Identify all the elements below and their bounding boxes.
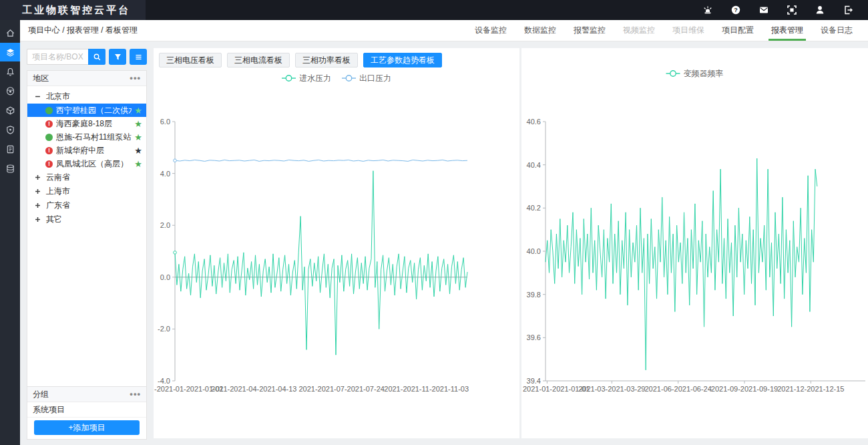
tab-1[interactable]: 三相电流看板 (227, 53, 290, 67)
expand-icon[interactable] (34, 216, 41, 223)
svg-text:4.0: 4.0 (160, 170, 170, 178)
favorite-star-icon[interactable]: ★ (134, 120, 142, 128)
filter-button[interactable] (109, 49, 126, 65)
rail-item-dome-camera[interactable] (0, 82, 20, 100)
more-menu-icon[interactable]: ••• (130, 76, 141, 81)
tree-group-1[interactable]: 云南省 (27, 170, 146, 184)
tree-group-4[interactable]: 其它 (27, 212, 146, 227)
nav-item-7[interactable]: 设备日志 (812, 20, 861, 41)
nav-item-2[interactable]: 报警监控 (565, 20, 614, 41)
svg-text:2021-2021-07-2021-07-24: 2021-2021-07-2021-07-24 (298, 385, 384, 393)
nav-item-6[interactable]: 报表管理 (763, 20, 812, 41)
right-chart-panel: 40.640.440.240.039.839.639.42021-01-2021… (521, 48, 868, 438)
legend-item-0[interactable]: 进水压力 (282, 73, 331, 83)
tree-group-0[interactable]: 北京市 (27, 90, 146, 104)
search-icon (93, 53, 101, 61)
tree-leaf-label: 新城华府中层 (56, 145, 132, 156)
group-item-0[interactable]: 系统项目 (27, 402, 146, 418)
filter-icon (114, 53, 122, 61)
siren-icon (702, 5, 713, 15)
siren-button[interactable] (702, 5, 713, 15)
rail-item-journal[interactable] (0, 140, 20, 158)
svg-text:40.0: 40.0 (527, 247, 541, 255)
pressure-trend-chart: 6.04.02.00.0-2.0-4.0-2021-01-2021-01-012… (154, 71, 519, 438)
tree-group-label: 上海市 (46, 186, 70, 197)
user-button[interactable] (815, 5, 825, 15)
expand-icon[interactable] (34, 188, 41, 195)
rail-item-cube[interactable] (0, 101, 20, 120)
top-header: 工业物联智控云平台 ? (0, 0, 868, 20)
region-card: 地区 ••• 北京市 西宁碧桂园（二次供水3泵） ★ ! 海西豪庭8-18层 ★… (27, 70, 147, 387)
mail-icon (758, 5, 769, 15)
tree-leaf-0-0[interactable]: 西宁碧桂园（二次供水3泵） ★ (27, 104, 146, 117)
series-进水压力 (175, 171, 467, 355)
svg-text:进水压力: 进水压力 (299, 73, 331, 83)
tree-leaf-label: 西宁碧桂园（二次供水3泵） (56, 105, 132, 116)
plus-icon (34, 188, 41, 195)
tree-leaf-0-1[interactable]: ! 海西豪庭8-18层 ★ (27, 117, 146, 130)
plus-icon (34, 174, 41, 181)
rail-item-bell[interactable] (0, 62, 20, 81)
svg-text:2021-06-2021-06-24: 2021-06-2021-06-24 (645, 385, 712, 393)
tab-3[interactable]: 工艺参数趋势看板 (363, 53, 442, 67)
svg-text:0.0: 0.0 (160, 273, 170, 281)
nav-item-5[interactable]: 项目配置 (713, 20, 763, 41)
fullscreen-button[interactable] (787, 5, 797, 15)
shield-icon (5, 125, 15, 135)
tab-0[interactable]: 三相电压看板 (159, 53, 222, 67)
legend-item-0[interactable]: 变频器频率 (666, 69, 724, 78)
svg-text:2021-2021-04-2021-04-13: 2021-2021-04-2021-04-13 (211, 385, 296, 393)
svg-text:2.0: 2.0 (160, 221, 170, 229)
logo-block: 工业物联智控云平台 (0, 0, 146, 20)
svg-text:2021-2021-11-2021-11-03: 2021-2021-11-2021-11-03 (384, 385, 469, 393)
mail-button[interactable] (758, 5, 769, 15)
expand-icon[interactable] (34, 174, 41, 181)
tab-2[interactable]: 三相功率看板 (295, 53, 358, 67)
nav-item-1[interactable]: 数据监控 (515, 20, 565, 41)
search-row (27, 49, 147, 65)
nav-item-3[interactable]: 视频监控 (614, 20, 664, 41)
collapse-icon[interactable] (34, 93, 41, 100)
sidebar: 地区 ••• 北京市 西宁碧桂园（二次供水3泵） ★ ! 海西豪庭8-18层 ★… (27, 49, 147, 440)
help-icon: ? (730, 5, 741, 15)
group-card: 分组 ••• 系统项目 +添加项目 (27, 387, 147, 440)
rail-item-shield[interactable] (0, 120, 20, 139)
layers-icon (5, 47, 15, 57)
rail-item-layers[interactable] (0, 43, 20, 61)
add-project-wrap: +添加项目 (27, 418, 146, 439)
search-button[interactable] (88, 49, 105, 65)
bell-icon (5, 67, 15, 77)
cube-icon (5, 106, 15, 116)
list-view-button[interactable] (130, 49, 147, 65)
nav-item-0[interactable]: 设备监控 (466, 20, 515, 41)
svg-text:2021-12-2021-12-15: 2021-12-2021-12-15 (777, 385, 844, 393)
breadcrumb: 项目中心 / 报表管理 / 看板管理 (28, 25, 138, 36)
svg-text:39.6: 39.6 (527, 333, 541, 341)
tree-group-label: 云南省 (46, 172, 70, 183)
add-project-button[interactable]: +添加项目 (34, 420, 140, 435)
left-chart-panel: 三相电压看板三相电流看板三相功率看板工艺参数趋势看板 6.04.02.00.0-… (154, 48, 519, 438)
favorite-star-icon[interactable]: ★ (134, 146, 142, 155)
breadcrumb-bar: 项目中心 / 报表管理 / 看板管理 设备监控数据监控报警监控视频监控项目维保项… (20, 20, 868, 41)
tree-group-3[interactable]: 广东省 (27, 198, 146, 212)
nav-item-4[interactable]: 项目维保 (664, 20, 713, 41)
favorite-star-icon[interactable]: ★ (134, 106, 142, 115)
rail-item-home[interactable] (0, 23, 20, 42)
rail-item-database[interactable] (0, 159, 20, 178)
tree-leaf-0-3[interactable]: ! 新城华府中层 ★ (27, 144, 146, 157)
legend-item-1[interactable]: 出口压力 (342, 73, 391, 83)
search-input[interactable] (27, 49, 88, 65)
svg-text:-4.0: -4.0 (158, 377, 170, 385)
tree-leaf-0-2[interactable]: 恩施-石马村11组泵站（二次供水） ★ (27, 130, 146, 144)
logout-button[interactable] (843, 5, 853, 15)
more-menu-icon[interactable]: ••• (130, 392, 141, 397)
top-nav: 设备监控数据监控报警监控视频监控项目维保项目配置报表管理设备日志 (466, 20, 861, 41)
tree-group-2[interactable]: 上海市 (27, 184, 146, 198)
favorite-star-icon[interactable]: ★ (134, 160, 142, 168)
svg-text:39.8: 39.8 (527, 291, 541, 299)
help-button[interactable]: ? (730, 5, 741, 15)
tree-group-label: 广东省 (46, 200, 70, 211)
tree-leaf-0-4[interactable]: ! 凤凰城北区（高层） ★ (27, 157, 146, 170)
expand-icon[interactable] (34, 202, 41, 209)
favorite-star-icon[interactable]: ★ (134, 133, 142, 142)
